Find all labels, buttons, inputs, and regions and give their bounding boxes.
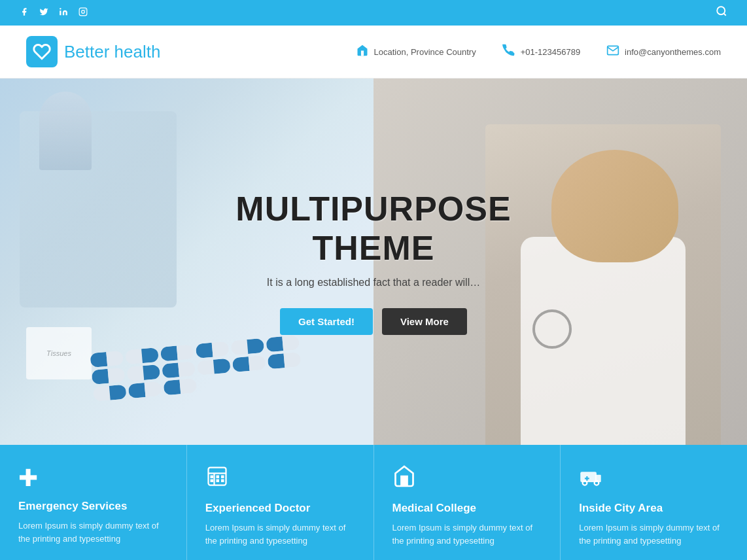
svg-point-0: [60, 8, 61, 9]
pill: [164, 378, 198, 395]
phone-text: +01-123456789: [521, 47, 580, 57]
pill: [162, 361, 196, 378]
facebook-link[interactable]: [20, 7, 29, 18]
svg-rect-12: [216, 480, 219, 483]
college-text: Lorem Ipsum is simply dummy text of the …: [392, 521, 542, 547]
location-contact: Location, Province Country: [356, 44, 476, 60]
city-text: Lorem Ipsum is simply dummy text of the …: [579, 521, 729, 547]
hero-subtitle: It is a long established fact that a rea…: [171, 277, 576, 289]
brand-light: health: [109, 42, 160, 61]
feature-doctor: Experienced Doctor Lorem Ipsum is simply…: [187, 445, 374, 560]
view-more-button[interactable]: View More: [382, 308, 467, 335]
doctor-icon: [205, 464, 355, 494]
svg-line-5: [723, 13, 725, 15]
brand-name: Better health: [64, 42, 160, 62]
city-title: Inside City Area: [579, 502, 729, 515]
pill: [196, 341, 230, 359]
microscope-decoration: [39, 92, 92, 170]
pill: [197, 359, 231, 376]
pill: [232, 355, 266, 372]
email-icon: [606, 44, 619, 60]
pill: [93, 385, 127, 402]
linkedin-link[interactable]: [59, 7, 68, 18]
logo-icon: [26, 36, 58, 67]
phone-icon: [502, 44, 515, 60]
features-section: ✚ Emergency Services Lorem Ipsum is simp…: [0, 445, 747, 560]
search-icon[interactable]: [716, 5, 727, 20]
pill: [128, 381, 162, 398]
hero-content: MULTIPURPOSE THEME It is a long establis…: [171, 189, 576, 335]
pill: [92, 368, 126, 385]
svg-rect-10: [210, 480, 213, 483]
svg-rect-9: [210, 476, 213, 479]
emergency-icon: ✚: [18, 464, 168, 492]
twitter-link[interactable]: [39, 7, 48, 18]
hero-title: MULTIPURPOSE THEME: [171, 189, 576, 268]
email-text: info@canyonthemes.com: [625, 47, 721, 57]
svg-rect-11: [216, 476, 219, 479]
svg-point-17: [583, 481, 587, 485]
college-icon: [392, 464, 542, 494]
ambulance-icon: [579, 464, 729, 494]
doctor-title: Experienced Doctor: [205, 502, 355, 515]
emergency-text: Lorem Ipsum is simply dummy text of the …: [18, 519, 168, 545]
svg-rect-1: [79, 8, 87, 16]
top-bar: [0, 0, 747, 26]
location-text: Location, Province Country: [374, 47, 476, 57]
pill: [125, 347, 159, 364]
location-icon: [356, 44, 369, 60]
tissue-box: Tissues: [26, 327, 92, 379]
feature-college: Medical College Lorem Ipsum is simply du…: [374, 445, 561, 560]
feature-city: Inside City Area Lorem Ipsum is simply d…: [561, 445, 747, 560]
header-contacts: Location, Province Country +01-123456789…: [356, 44, 721, 60]
get-started-button[interactable]: Get Started!: [280, 308, 373, 335]
svg-point-2: [82, 10, 85, 14]
svg-rect-13: [221, 476, 224, 479]
emergency-title: Emergency Services: [18, 500, 168, 513]
pill: [90, 351, 124, 368]
email-contact: info@canyonthemes.com: [606, 44, 721, 60]
pill: [266, 335, 300, 352]
pill: [231, 338, 265, 355]
svg-rect-15: [581, 472, 597, 482]
pill: [126, 364, 160, 381]
header: Better health Location, Province Country…: [0, 26, 747, 79]
pill: [268, 352, 302, 369]
college-title: Medical College: [392, 502, 542, 515]
svg-rect-14: [221, 480, 224, 483]
hero-section: Tissues MULTIPURPOSE THEME It is a lon: [0, 79, 747, 445]
instagram-link[interactable]: [78, 7, 88, 18]
hero-buttons: Get Started! View More: [171, 308, 576, 335]
svg-point-4: [717, 7, 725, 14]
brand-bold: Better: [64, 42, 109, 61]
phone-contact: +01-123456789: [502, 44, 580, 60]
svg-point-18: [595, 481, 599, 485]
doctor-text: Lorem Ipsum is simply dummy text of the …: [205, 521, 355, 547]
social-links: [20, 7, 88, 18]
pill: [160, 344, 194, 361]
feature-emergency: ✚ Emergency Services Lorem Ipsum is simp…: [0, 445, 187, 560]
logo[interactable]: Better health: [26, 36, 160, 67]
